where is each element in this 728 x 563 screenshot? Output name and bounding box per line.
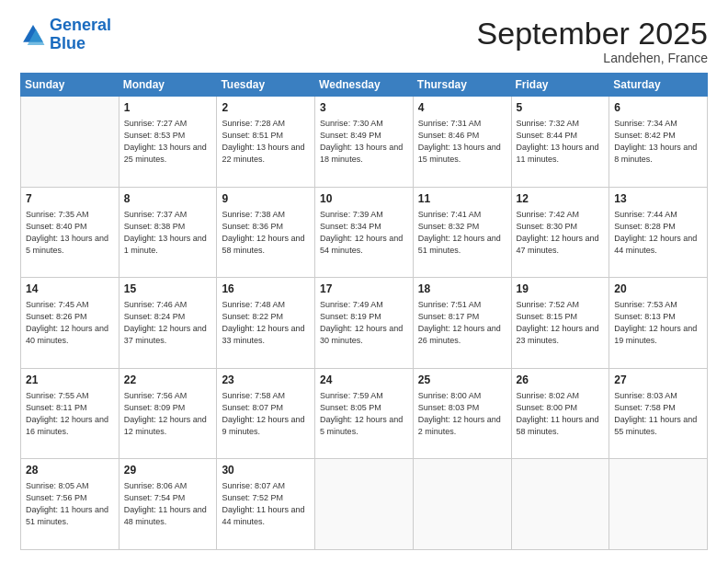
table-row: 21Sunrise: 7:55 AM Sunset: 8:11 PM Dayli… [21,368,119,459]
table-row [315,459,414,550]
day-number: 16 [222,282,310,297]
table-row: 24Sunrise: 7:59 AM Sunset: 8:05 PM Dayli… [315,368,414,459]
day-info: Sunrise: 7:59 AM Sunset: 8:05 PM Dayligh… [320,390,408,438]
day-info: Sunrise: 7:27 AM Sunset: 8:53 PM Dayligh… [124,118,212,166]
table-row: 22Sunrise: 7:56 AM Sunset: 8:09 PM Dayli… [119,368,217,459]
day-number: 23 [222,373,310,388]
day-info: Sunrise: 7:39 AM Sunset: 8:34 PM Dayligh… [320,209,408,257]
table-row: 8Sunrise: 7:37 AM Sunset: 8:38 PM Daylig… [119,187,217,278]
table-row: 12Sunrise: 7:42 AM Sunset: 8:30 PM Dayli… [511,187,609,278]
table-row: 13Sunrise: 7:44 AM Sunset: 8:28 PM Dayli… [609,187,708,278]
day-info: Sunrise: 8:07 AM Sunset: 7:52 PM Dayligh… [222,480,310,528]
logo-text: General Blue [50,17,111,53]
logo: General Blue [20,17,111,53]
day-info: Sunrise: 7:55 AM Sunset: 8:11 PM Dayligh… [26,390,114,438]
table-row: 20Sunrise: 7:53 AM Sunset: 8:13 PM Dayli… [609,278,708,369]
col-friday: Friday [511,74,609,97]
table-row: 3Sunrise: 7:30 AM Sunset: 8:49 PM Daylig… [315,97,414,188]
calendar-week-row: 7Sunrise: 7:35 AM Sunset: 8:40 PM Daylig… [21,187,708,278]
day-number: 21 [26,373,114,388]
logo-line2: Blue [50,34,85,52]
day-number: 14 [26,282,114,297]
table-row: 9Sunrise: 7:38 AM Sunset: 8:36 PM Daylig… [217,187,315,278]
day-number: 8 [124,191,212,207]
day-info: Sunrise: 8:06 AM Sunset: 7:54 PM Dayligh… [124,480,212,528]
day-info: Sunrise: 7:30 AM Sunset: 8:49 PM Dayligh… [320,118,408,166]
col-sunday: Sunday [21,74,119,97]
table-row: 29Sunrise: 8:06 AM Sunset: 7:54 PM Dayli… [119,459,217,550]
day-info: Sunrise: 7:48 AM Sunset: 8:22 PM Dayligh… [222,299,310,347]
day-info: Sunrise: 7:35 AM Sunset: 8:40 PM Dayligh… [26,209,114,257]
day-number: 10 [320,191,408,207]
calendar-table: Sunday Monday Tuesday Wednesday Thursday… [20,73,708,550]
day-number: 9 [222,191,310,207]
day-info: Sunrise: 7:56 AM Sunset: 8:09 PM Dayligh… [124,390,212,438]
table-row: 11Sunrise: 7:41 AM Sunset: 8:32 PM Dayli… [413,187,511,278]
day-number: 13 [614,191,702,207]
day-number: 2 [222,100,310,116]
table-row: 25Sunrise: 8:00 AM Sunset: 8:03 PM Dayli… [413,368,511,459]
day-info: Sunrise: 7:45 AM Sunset: 8:26 PM Dayligh… [26,299,114,347]
header: General Blue September 2025 Landehen, Fr… [20,17,708,65]
day-number: 18 [418,282,506,297]
day-number: 22 [124,373,212,388]
calendar-week-row: 14Sunrise: 7:45 AM Sunset: 8:26 PM Dayli… [21,278,708,369]
day-info: Sunrise: 7:41 AM Sunset: 8:32 PM Dayligh… [418,209,506,257]
day-info: Sunrise: 7:58 AM Sunset: 8:07 PM Dayligh… [222,390,310,438]
table-row [511,459,609,550]
table-row [413,459,511,550]
table-row: 15Sunrise: 7:46 AM Sunset: 8:24 PM Dayli… [119,278,217,369]
day-number: 19 [517,282,605,297]
day-number: 30 [222,463,310,478]
col-tuesday: Tuesday [217,74,315,97]
table-row: 5Sunrise: 7:32 AM Sunset: 8:44 PM Daylig… [511,97,609,188]
day-number: 5 [517,100,605,116]
calendar-week-row: 28Sunrise: 8:05 AM Sunset: 7:56 PM Dayli… [21,459,708,550]
day-number: 17 [320,282,408,297]
col-wednesday: Wednesday [315,74,414,97]
day-info: Sunrise: 7:34 AM Sunset: 8:42 PM Dayligh… [614,118,702,166]
table-row: 19Sunrise: 7:52 AM Sunset: 8:15 PM Dayli… [511,278,609,369]
day-number: 29 [124,463,212,478]
day-number: 27 [614,373,702,388]
day-number: 15 [124,282,212,297]
subtitle: Landehen, France [477,51,708,65]
day-number: 20 [614,282,702,297]
calendar-week-row: 1Sunrise: 7:27 AM Sunset: 8:53 PM Daylig… [21,97,708,188]
day-info: Sunrise: 7:28 AM Sunset: 8:51 PM Dayligh… [222,118,310,166]
table-row: 1Sunrise: 7:27 AM Sunset: 8:53 PM Daylig… [119,97,217,188]
table-row: 18Sunrise: 7:51 AM Sunset: 8:17 PM Dayli… [413,278,511,369]
col-thursday: Thursday [413,74,511,97]
day-number: 1 [124,100,212,116]
day-info: Sunrise: 7:31 AM Sunset: 8:46 PM Dayligh… [418,118,506,166]
day-info: Sunrise: 7:53 AM Sunset: 8:13 PM Dayligh… [614,299,702,347]
table-row: 17Sunrise: 7:49 AM Sunset: 8:19 PM Dayli… [315,278,414,369]
table-row: 7Sunrise: 7:35 AM Sunset: 8:40 PM Daylig… [21,187,119,278]
calendar-header-row: Sunday Monday Tuesday Wednesday Thursday… [21,74,708,97]
logo-line1: General [50,16,111,34]
day-info: Sunrise: 8:00 AM Sunset: 8:03 PM Dayligh… [418,390,506,438]
day-info: Sunrise: 7:38 AM Sunset: 8:36 PM Dayligh… [222,209,310,257]
month-title: September 2025 [477,17,708,51]
table-row: 23Sunrise: 7:58 AM Sunset: 8:07 PM Dayli… [217,368,315,459]
table-row [609,459,708,550]
calendar-week-row: 21Sunrise: 7:55 AM Sunset: 8:11 PM Dayli… [21,368,708,459]
table-row: 26Sunrise: 8:02 AM Sunset: 8:00 PM Dayli… [511,368,609,459]
day-number: 26 [517,373,605,388]
day-number: 24 [320,373,408,388]
table-row: 6Sunrise: 7:34 AM Sunset: 8:42 PM Daylig… [609,97,708,188]
table-row: 28Sunrise: 8:05 AM Sunset: 7:56 PM Dayli… [21,459,119,550]
col-monday: Monday [119,74,217,97]
day-number: 25 [418,373,506,388]
day-info: Sunrise: 7:37 AM Sunset: 8:38 PM Dayligh… [124,209,212,257]
table-row: 14Sunrise: 7:45 AM Sunset: 8:26 PM Dayli… [21,278,119,369]
day-info: Sunrise: 7:46 AM Sunset: 8:24 PM Dayligh… [124,299,212,347]
title-section: September 2025 Landehen, France [477,17,708,65]
table-row: 16Sunrise: 7:48 AM Sunset: 8:22 PM Dayli… [217,278,315,369]
day-number: 11 [418,191,506,207]
table-row: 27Sunrise: 8:03 AM Sunset: 7:58 PM Dayli… [609,368,708,459]
table-row: 10Sunrise: 7:39 AM Sunset: 8:34 PM Dayli… [315,187,414,278]
day-number: 28 [26,463,114,478]
col-saturday: Saturday [609,74,708,97]
day-info: Sunrise: 7:42 AM Sunset: 8:30 PM Dayligh… [517,209,605,257]
